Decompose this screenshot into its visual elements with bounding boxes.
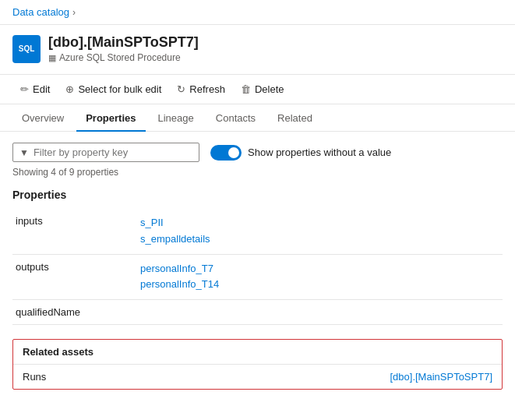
related-key-runs: Runs [23,371,46,383]
prop-link-personalinfo-t7[interactable]: personalInfo_T7 [140,261,499,277]
bulk-edit-button[interactable]: ⊕ Select for bulk edit [58,79,169,99]
refresh-label: Refresh [189,83,225,95]
entity-header-section: SQL [dbo].[MainSPToSPT7] ▦ Azure SQL Sto… [0,25,515,75]
edit-label: Edit [33,83,50,95]
prop-key-inputs: inputs [12,209,137,254]
entity-subtitle-text: Azure SQL Stored Procedure [59,52,181,63]
prop-key-qualifiedname: qualifiedName [12,300,137,325]
bulk-edit-label: Select for bulk edit [78,83,161,95]
toolbar: ✏ Edit ⊕ Select for bulk edit ↻ Refresh … [0,75,515,104]
tab-lineage[interactable]: Lineage [149,104,203,132]
breadcrumb-separator: › [72,7,76,18]
edit-icon: ✏ [20,83,29,95]
tab-contacts[interactable]: Contacts [206,104,265,132]
delete-icon: 🗑 [241,83,251,95]
filter-row: ▼ Show properties without a value [12,143,503,162]
prop-link-personalinfo-t14[interactable]: personalInfo_T14 [140,277,499,293]
related-assets-row: Runs [dbo].[MainSPToSPT7] [13,365,502,389]
properties-toggle[interactable] [210,145,242,161]
prop-value-outputs: personalInfo_T7 personalInfo_T14 [137,254,503,300]
toggle-knob [228,147,239,158]
prop-value-inputs: s_PII s_empalldetails [137,209,503,254]
table-row: inputs s_PII s_empalldetails [12,209,503,254]
entity-icon: SQL [12,35,41,63]
filter-input[interactable] [34,146,192,158]
prop-value-qualifiedname [137,300,503,325]
tab-overview[interactable]: Overview [12,104,73,132]
edit-button[interactable]: ✏ Edit [12,79,58,99]
properties-table: inputs s_PII s_empalldetails outputs per… [12,209,503,325]
prop-link-s-pii[interactable]: s_PII [140,215,499,231]
breadcrumb: Data catalog › [0,0,515,25]
delete-button[interactable]: 🗑 Delete [233,79,292,99]
tab-related[interactable]: Related [268,104,322,132]
entity-title: [dbo].[MainSPToSPT7] [48,34,199,51]
entity-icon-label: SQL [19,45,35,53]
filter-input-wrapper: ▼ [12,143,199,162]
breadcrumb-link[interactable]: Data catalog [12,6,69,18]
subtitle-icon: ▦ [48,53,56,63]
tab-properties[interactable]: Properties [76,104,145,132]
bulk-edit-icon: ⊕ [65,83,74,95]
prop-key-outputs: outputs [12,254,137,300]
related-assets-title: Related assets [13,340,502,365]
toggle-label: Show properties without a value [248,146,391,158]
related-assets-box: Related assets Runs [dbo].[MainSPToSPT7] [12,339,503,390]
refresh-button[interactable]: ↻ Refresh [169,79,233,99]
refresh-icon: ↻ [177,83,185,95]
delete-label: Delete [255,83,284,95]
table-row: qualifiedName [12,300,503,325]
tabs-bar: Overview Properties Lineage Contacts Rel… [0,104,515,132]
related-link-runs[interactable]: [dbo].[MainSPToSPT7] [390,371,492,383]
table-row: outputs personalInfo_T7 personalInfo_T14 [12,254,503,300]
showing-text: Showing 4 of 9 properties [12,167,503,178]
toggle-wrap: Show properties without a value [210,145,391,161]
prop-link-s-empalldetails[interactable]: s_empalldetails [140,231,499,248]
section-title: Properties [12,189,503,201]
filter-icon: ▼ [19,147,29,158]
content-area: ▼ Show properties without a value Showin… [0,132,515,401]
